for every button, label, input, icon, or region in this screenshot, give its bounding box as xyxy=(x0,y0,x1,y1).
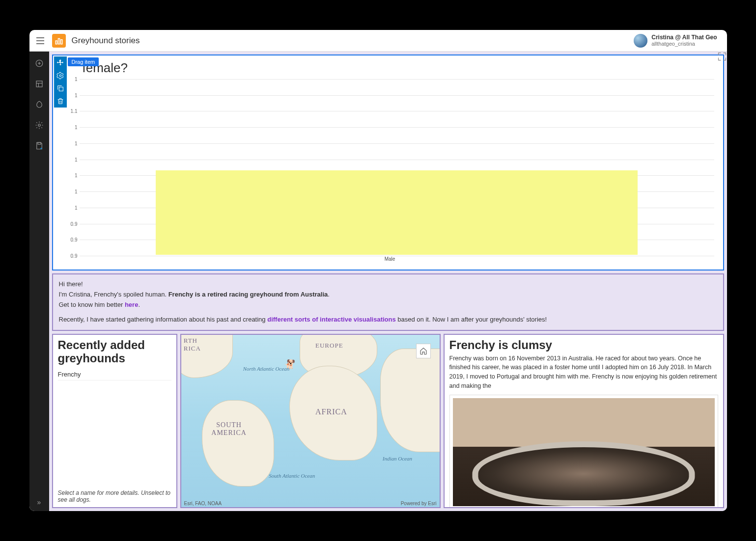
map-label-europe: EUROPE xyxy=(315,342,343,350)
user-block[interactable]: Cristina @ All That Geo allthatgeo_crist… xyxy=(634,34,722,48)
y-tick-label: 1 xyxy=(66,173,78,178)
settings-icon[interactable] xyxy=(34,120,44,130)
duplicate-icon[interactable] xyxy=(54,82,67,95)
app-title: Greyhound stories xyxy=(72,36,140,46)
list-hint: Select a name for more details. Unselect… xyxy=(53,486,176,507)
app-window: Greyhound stories Cristina @ All That Ge… xyxy=(29,30,727,511)
drag-tooltip: Drag item xyxy=(68,57,99,66)
user-avatar xyxy=(634,34,647,48)
y-tick-label: 1 xyxy=(66,125,78,130)
app-logo xyxy=(52,34,66,48)
list-title: Recently added greyhounds xyxy=(53,335,176,367)
grid-line xyxy=(80,256,714,256)
y-tick-label: 1 xyxy=(66,189,78,194)
story-panel: Frenchy is clumsy Frenchy was born on 16… xyxy=(444,334,724,508)
panel-toolbar xyxy=(54,56,67,108)
y-tick-label: 1 xyxy=(66,140,78,146)
intro-line: Recently, I have started gathering infor… xyxy=(59,315,717,325)
intro-line: I'm Cristina, Frenchy's spoiled human. F… xyxy=(59,290,717,300)
map-powered: Powered by Esri xyxy=(401,501,437,506)
y-tick-label: 1 xyxy=(66,77,78,82)
sidebar: » xyxy=(29,52,49,511)
top-bar: Greyhound stories Cristina @ All That Ge… xyxy=(29,30,727,52)
svg-point-5 xyxy=(38,124,40,127)
delete-icon[interactable] xyxy=(54,95,67,108)
svg-rect-6 xyxy=(38,142,41,144)
map-panel[interactable]: EUROPE AFRICA SOUTH AMERICA RTH RICA Nor… xyxy=(180,334,441,508)
bottom-row: Recently added greyhounds Frenchy Select… xyxy=(52,334,724,508)
map-label-africa: AFRICA xyxy=(315,407,347,416)
map-label-indian: Indian Ocean xyxy=(383,456,412,462)
svg-point-8 xyxy=(59,75,61,77)
intro-panel: Hi there! I'm Cristina, Frenchy's spoile… xyxy=(52,273,724,331)
expand-sidebar-icon[interactable]: » xyxy=(37,498,41,506)
chart-title: female? xyxy=(53,55,723,76)
visualisations-link[interactable]: different sorts of interactive visualisa… xyxy=(267,316,396,323)
y-tick-label: 1.1 xyxy=(66,108,78,114)
intro-line: Hi there! xyxy=(59,279,717,290)
story-image-frame xyxy=(449,395,718,507)
map-label-samerica: SOUTH AMERICA xyxy=(207,421,251,437)
dashboard-canvas: Drag item female? 0.90.90.91111111.111 M… xyxy=(49,52,727,511)
save-icon[interactable] xyxy=(34,141,44,151)
user-handle: allthatgeo_cristina xyxy=(651,41,717,47)
user-name: Cristina @ All That Geo xyxy=(651,34,717,41)
layout-icon[interactable] xyxy=(34,79,44,89)
map-surface[interactable]: EUROPE AFRICA SOUTH AMERICA RTH RICA Nor… xyxy=(181,335,440,507)
y-tick-label: 1 xyxy=(66,205,78,210)
drag-handle-icon[interactable] xyxy=(54,56,67,69)
y-tick-label: 1 xyxy=(66,157,78,162)
resize-handle-icon[interactable] xyxy=(717,52,727,61)
map-label-namerica: RTH RICA xyxy=(184,337,213,352)
story-image xyxy=(453,398,715,506)
chart-body: 0.90.90.91111111.111 Male xyxy=(66,79,714,262)
menu-button[interactable] xyxy=(34,35,46,47)
svg-rect-1 xyxy=(58,38,59,44)
map-home-button[interactable] xyxy=(416,344,431,358)
svg-point-7 xyxy=(40,148,42,149)
intro-line: Get to know him better here. xyxy=(59,300,717,310)
add-icon[interactable] xyxy=(34,58,44,68)
story-text: Frenchy was born on 16 November 2013 in … xyxy=(449,354,718,391)
list-panel: Recently added greyhounds Frenchy Select… xyxy=(52,334,177,508)
map-label-satlantic: South Atlantic Ocean xyxy=(269,473,315,479)
y-tick-label: 0.9 xyxy=(66,253,78,259)
chart-x-label: Male xyxy=(385,256,395,262)
svg-rect-0 xyxy=(56,41,57,44)
map-label-natlantic: North Atlantic Ocean xyxy=(243,366,290,372)
chart-bar[interactable] xyxy=(156,170,638,255)
y-tick-label: 1 xyxy=(66,92,78,98)
map-attribution: Esri, FAO, NOAA xyxy=(184,501,222,506)
story-title: Frenchy is clumsy xyxy=(445,335,723,353)
theme-icon[interactable] xyxy=(34,100,44,109)
svg-rect-2 xyxy=(60,39,62,44)
chart-panel[interactable]: Drag item female? 0.90.90.91111111.111 M… xyxy=(52,54,724,270)
list-item[interactable]: Frenchy xyxy=(58,369,171,380)
here-link[interactable]: here xyxy=(125,301,138,308)
svg-rect-9 xyxy=(59,87,63,91)
y-tick-label: 0.9 xyxy=(66,221,78,226)
y-tick-label: 0.9 xyxy=(66,237,78,243)
svg-rect-4 xyxy=(36,81,42,87)
configure-icon[interactable] xyxy=(54,69,67,82)
map-marker[interactable]: 🐕 xyxy=(284,359,295,370)
